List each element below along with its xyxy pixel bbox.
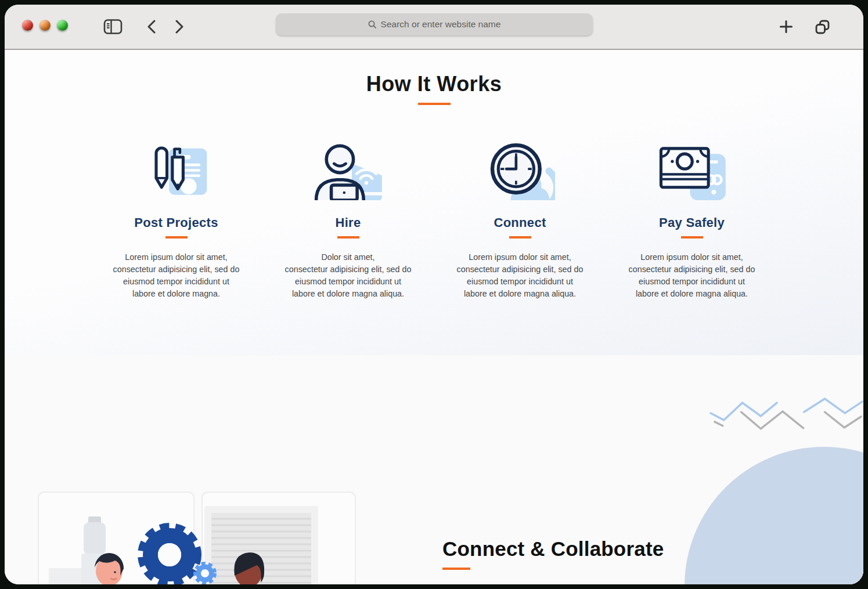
feature-title: Pay Safely — [659, 215, 725, 230]
zoom-button[interactable] — [57, 20, 68, 31]
cash-payment-icon — [657, 140, 727, 200]
feature-text: Lorem ipsum dolor sit amet, consectetur … — [457, 251, 584, 301]
close-button[interactable] — [22, 20, 33, 31]
feature-underline — [681, 236, 703, 239]
section-title: How It Works — [5, 72, 863, 96]
back-button[interactable] — [143, 5, 160, 49]
tab-overview-button[interactable] — [811, 5, 833, 49]
new-tab-button[interactable] — [776, 5, 796, 49]
big-gear — [143, 528, 196, 581]
collaboration-illustration — [35, 490, 372, 584]
feature-connect: Connect Lorem ipsum dolor sit amet, cons… — [451, 140, 589, 300]
magnifier-icon — [368, 20, 377, 29]
clock-phone-icon — [485, 140, 555, 200]
search-input[interactable]: Search or enter website name — [276, 13, 593, 35]
feature-text: Lorem ipsum dolor sit amet, consectetur … — [113, 251, 240, 301]
plus-icon — [779, 20, 793, 34]
person-laptop-icon — [313, 140, 383, 200]
feature-text: Lorem ipsum dolor sit amet, consectetur … — [629, 251, 755, 301]
collaborate-section: Connect & Collaborate Lorem ipsum dolor … — [5, 490, 863, 584]
sidebar-panel-icon — [103, 19, 123, 35]
zigzag-decoration — [708, 392, 863, 431]
traffic-lights — [22, 20, 68, 31]
feature-title: Connect — [494, 215, 546, 230]
page-content: How It Works — [5, 49, 863, 584]
chevron-right-icon — [175, 20, 184, 34]
pen-and-document-icon — [141, 140, 211, 200]
sidebar-toggle-button[interactable] — [101, 5, 124, 49]
feature-title: Hire — [336, 215, 361, 230]
features-row: Post Projects Lorem ipsum dolor sit amet… — [5, 140, 863, 300]
browser-window: Search or enter website name How It Work… — [5, 5, 863, 584]
how-it-works-section: How It Works — [5, 49, 863, 355]
feature-hire: Hire Dolor sit amet, consectetur adipisi… — [279, 140, 417, 300]
feature-title: Post Projects — [134, 215, 218, 230]
chevron-left-icon — [147, 20, 156, 34]
search-placeholder: Search or enter website name — [381, 19, 501, 30]
stacked-squares-icon — [815, 19, 830, 35]
minimize-button[interactable] — [39, 20, 51, 31]
title-underline — [418, 103, 451, 105]
feature-text: Dolor sit amet, consectetur adipisicing … — [285, 251, 412, 301]
feature-underline — [509, 236, 531, 239]
collaborate-title: Connect & Collaborate — [442, 537, 721, 561]
browser-toolbar: Search or enter website name — [5, 5, 863, 50]
collaborate-text-block: Connect & Collaborate Lorem ipsum dolor … — [442, 537, 721, 584]
collaborate-underline — [442, 568, 470, 570]
forward-button[interactable] — [171, 5, 188, 49]
feature-pay-safely: Pay Safely Lorem ipsum dolor sit amet, c… — [623, 140, 761, 300]
feature-post-projects: Post Projects Lorem ipsum dolor sit amet… — [107, 140, 246, 300]
feature-underline — [337, 236, 359, 239]
feature-underline — [165, 236, 188, 239]
